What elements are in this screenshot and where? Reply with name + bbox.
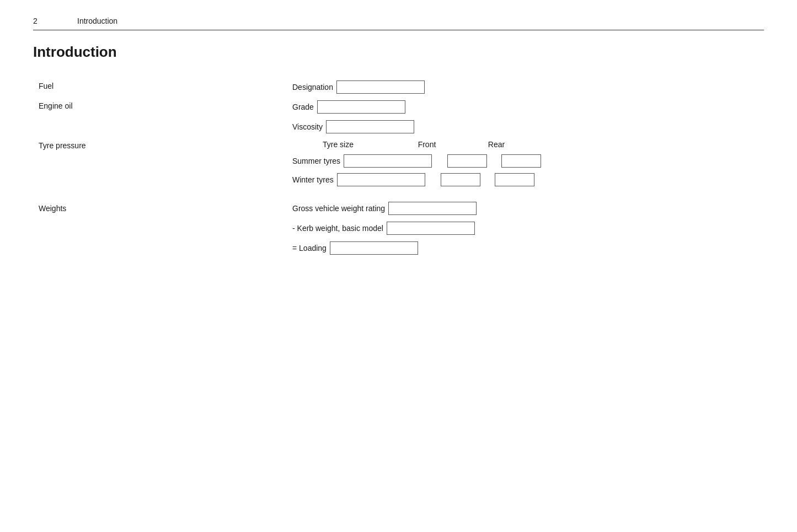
winter-tyres-rear-input[interactable] [495,173,534,186]
loading-group: = Loading [292,241,418,255]
summer-tyres-label: Summer tyres [292,157,340,165]
tyre-size-col-header: Tyre size [292,140,384,149]
engine-oil-grade-group: Grade [292,100,405,114]
viscosity-label: Viscosity [292,122,323,131]
summer-tyres-front-input[interactable] [447,154,487,168]
winter-tyres-size-input[interactable] [337,173,425,186]
designation-input[interactable] [336,80,425,94]
winter-tyres-front-input[interactable] [441,173,480,186]
winter-tyres-label: Winter tyres [292,175,334,184]
gross-label: Gross vehicle weight rating [292,204,385,213]
loading-label: = Loading [292,244,327,252]
grade-input[interactable] [317,100,405,114]
weights-section: Weights Gross vehicle weight rating - Ke… [39,202,764,255]
kerb-weight-row: - Kerb weight, basic model [39,222,764,235]
summer-tyres-row: Summer tyres [39,154,764,168]
section-title: Introduction [33,44,764,61]
loading-input[interactable] [330,241,418,255]
fuel-designation-group: Designation [292,80,425,94]
tyre-pressure-section-label: Tyre pressure [39,141,86,150]
tyre-header-columns: Tyre size Front Rear [292,140,524,149]
winter-tyres-row: Winter tyres [39,173,764,186]
gross-weight-input[interactable] [388,202,477,215]
content-area: Fuel Designation Engine oil Grade Viscos… [33,80,764,255]
kerb-label: - Kerb weight, basic model [292,224,383,233]
rear-col-header: Rear [469,140,524,149]
loading-row: = Loading [39,241,764,255]
kerb-weight-input[interactable] [387,222,475,235]
page: 2 Introduction Introduction Fuel Designa… [0,0,797,532]
weights-section-label: Weights [39,204,66,213]
viscosity-row: Viscosity [39,120,764,133]
fuel-section-label: Fuel [39,82,54,90]
summer-tyres-content: Summer tyres [292,154,541,168]
engine-oil-row: Engine oil Grade [39,100,764,114]
header-title: Introduction [77,17,117,25]
engine-oil-viscosity-group: Viscosity [292,120,414,133]
engine-oil-section-label: Engine oil [39,101,73,110]
summer-tyres-rear-input[interactable] [501,154,541,168]
viscosity-input[interactable] [326,120,414,133]
gross-weight-group: Gross vehicle weight rating [292,202,477,215]
grade-label: Grade [292,103,314,111]
page-number: 2 [33,17,44,25]
designation-label: Designation [292,83,333,92]
kerb-weight-group: - Kerb weight, basic model [292,222,475,235]
front-col-header: Front [399,140,454,149]
fuel-row: Fuel Designation [39,80,764,94]
summer-tyres-size-input[interactable] [344,154,432,168]
tyre-pressure-header-row: Tyre pressure Tyre size Front Rear [39,140,764,149]
winter-tyres-content: Winter tyres [292,173,534,186]
gross-weight-row: Weights Gross vehicle weight rating [39,202,764,215]
page-header: 2 Introduction [33,17,764,30]
